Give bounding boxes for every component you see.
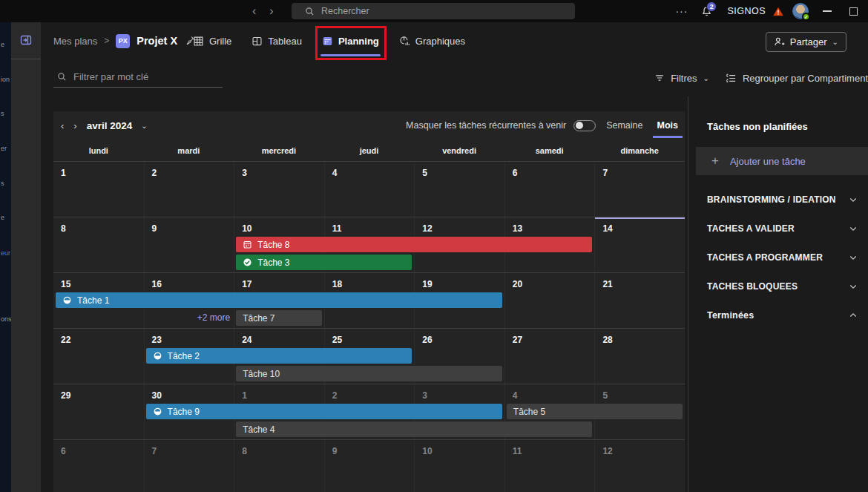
group-by-button[interactable]: Regrouper par Compartiment (743, 73, 868, 84)
history-back-icon[interactable]: ‹ (252, 4, 256, 18)
day-cell[interactable]: 1 (53, 162, 144, 217)
bucket-section[interactable]: Terminées (688, 301, 868, 329)
day-cell[interactable]: 2 (144, 162, 234, 217)
day-cell[interactable]: 9 (324, 440, 415, 492)
day-cell[interactable]: 5 (414, 162, 504, 217)
day-cell[interactable]: 20 (504, 273, 595, 328)
bucket-section[interactable]: BRAINSTORMING / IDEATION (688, 185, 868, 214)
day-cell[interactable]: 4 (324, 162, 415, 217)
app-rail (11, 22, 41, 492)
history-forward-icon[interactable]: › (269, 4, 273, 18)
add-task-button[interactable]: + Ajouter une tâche (696, 147, 868, 175)
day-cell[interactable]: 8 (234, 440, 324, 492)
bucket-section[interactable]: TACHES A VALIDER (688, 214, 868, 243)
global-search-input[interactable] (321, 6, 529, 16)
day-number: 9 (152, 223, 157, 234)
task-label: Tâche 5 (513, 407, 545, 417)
keyword-filter[interactable] (53, 67, 223, 88)
task-bar[interactable]: Tâche 7 (236, 310, 322, 326)
tab-planning[interactable]: Planning (322, 33, 379, 49)
window-minimize-button[interactable] (823, 10, 832, 12)
day-number: 6 (513, 168, 518, 178)
day-cell[interactable]: 14 (594, 217, 685, 272)
task-bar[interactable]: Tâche 5 (507, 404, 683, 419)
group-by-icon (726, 73, 737, 84)
more-options-icon[interactable]: ··· (675, 5, 688, 17)
notifications-button[interactable]: 2 (701, 6, 712, 17)
task-bar[interactable]: Tâche 4 (236, 422, 592, 437)
share-button[interactable]: Partager ⌄ (766, 32, 846, 52)
filters-button[interactable]: Filtres (671, 73, 697, 84)
day-cell[interactable]: 11 (504, 440, 595, 492)
task-bar[interactable]: Tâche 2 (146, 348, 412, 364)
day-cell[interactable]: 28 (594, 329, 685, 384)
chevron-up-icon[interactable] (849, 311, 858, 320)
calendar-week-row: 293012345Tâche 9Tâche 5Tâche 4 (53, 384, 685, 439)
day-cell[interactable]: 6 (53, 440, 144, 492)
chevron-down-icon[interactable] (849, 224, 858, 233)
keyword-filter-input[interactable] (73, 71, 207, 82)
filter-bar: Filtres ⌄ Regrouper par Compartiment (41, 59, 868, 96)
weekday-label: mardi (144, 146, 234, 155)
day-cell[interactable]: 7 (594, 162, 685, 217)
day-cell[interactable]: 12 (594, 440, 685, 492)
day-number: 7 (152, 446, 157, 456)
calendar-week-row: 1234567 (53, 161, 685, 217)
progress-icon (153, 351, 162, 361)
truncated-text-fragment: eur (1, 249, 10, 257)
month-view-button[interactable]: Mois (655, 120, 680, 131)
warning-icon[interactable] (772, 6, 784, 17)
day-cell[interactable]: 21 (594, 273, 685, 328)
bucket-section[interactable]: TACHES BLOQUEES (688, 272, 868, 301)
expand-panel-icon[interactable] (20, 34, 32, 46)
truncated-text-fragment: s (1, 180, 4, 187)
tab-label: Tableau (268, 36, 302, 47)
day-cell[interactable]: 10 (414, 440, 504, 492)
chevron-down-icon[interactable]: ⌄ (141, 122, 147, 130)
day-cell[interactable]: 7 (144, 440, 234, 492)
more-tasks-link[interactable]: +2 more (144, 310, 234, 326)
hide-recurring-toggle[interactable] (573, 120, 596, 131)
day-cell[interactable]: 6 (504, 162, 595, 217)
tab-grille[interactable]: Grille (193, 33, 231, 49)
chevron-down-icon[interactable] (849, 195, 858, 204)
chevron-down-icon[interactable] (849, 282, 858, 291)
tab-tableau[interactable]: Tableau (251, 33, 302, 49)
day-number: 8 (242, 446, 247, 456)
chevron-down-icon: ⌄ (703, 74, 709, 82)
breadcrumb-my-plans[interactable]: Mes plans (53, 36, 97, 47)
day-number: 3 (242, 168, 247, 178)
bucket-label: BRAINSTORMING / IDEATION (707, 194, 836, 205)
task-bar[interactable]: Tâche 3 (236, 255, 412, 270)
next-month-icon[interactable]: › (73, 120, 76, 131)
avatar[interactable]: ✓ (792, 3, 809, 19)
task-bar[interactable]: Tâche 10 (236, 366, 502, 381)
search-icon (305, 7, 315, 16)
task-bar[interactable]: Tâche 1 (56, 292, 502, 308)
day-cell[interactable]: 22 (53, 329, 144, 384)
workspace-name: SIGNOS (727, 6, 766, 16)
weekday-row: lundimardimercredijeudivendredisamedidim… (53, 140, 685, 161)
week-view-button[interactable]: Semaine (606, 120, 642, 131)
day-number: 17 (242, 279, 251, 289)
tab-graphiques[interactable]: Graphiques (399, 33, 465, 49)
global-search[interactable] (292, 3, 575, 19)
chevron-down-icon[interactable] (849, 253, 858, 262)
window-maximize-button[interactable] (849, 7, 858, 16)
bucket-section[interactable]: TACHES A PROGRAMMER (688, 243, 868, 272)
task-bar[interactable]: Tâche 8 (236, 237, 592, 252)
task-bar[interactable]: Tâche 9 (146, 404, 502, 419)
truncated-text-fragment: er (1, 145, 7, 152)
day-cell[interactable]: 8 (53, 217, 144, 272)
day-cell[interactable]: 27 (504, 329, 595, 384)
day-number: 3 (422, 390, 427, 401)
background-window-edge: eionserseeurons (0, 22, 11, 492)
calendar-week-row: 891011121314Tâche 8Tâche 3 (53, 217, 685, 272)
weekday-label: jeudi (324, 146, 415, 155)
day-cell[interactable]: 3 (234, 162, 324, 217)
previous-month-icon[interactable]: ‹ (61, 120, 64, 131)
day-number: 10 (242, 223, 251, 234)
day-cell[interactable]: 29 (53, 384, 144, 439)
calendar-week-row: 22232425262728Tâche 2Tâche 10 (53, 328, 685, 384)
day-cell[interactable]: 9 (144, 217, 234, 272)
